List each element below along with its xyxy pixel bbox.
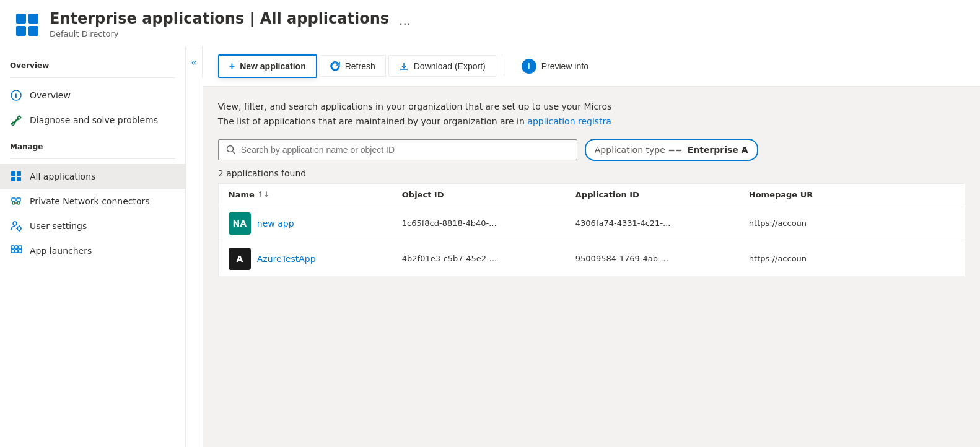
svg-rect-24	[19, 246, 22, 249]
sidebar-item-overview[interactable]: i Overview	[0, 83, 185, 108]
download-label: Download (Export)	[414, 61, 486, 71]
svg-rect-26	[15, 250, 18, 253]
filter-row: Application type == Enterprise A	[218, 139, 965, 161]
sidebar-section-manage: Manage	[0, 137, 185, 154]
table-header: Name ↑↓ Object ID Application ID Homepag…	[219, 184, 965, 206]
app-name-link-1[interactable]: new app	[257, 219, 294, 228]
connector-icon	[10, 195, 22, 207]
svg-rect-3	[28, 26, 38, 36]
page-header: Enterprise applications | All applicatio…	[0, 0, 980, 46]
preview-info-label: Preview info	[541, 61, 588, 71]
app-registration-link[interactable]: application registra	[527, 116, 611, 126]
svg-rect-25	[11, 250, 14, 253]
sidebar-item-diagnose[interactable]: Diagnose and solve problems	[0, 108, 185, 132]
toolbar: + New application Refresh	[203, 46, 980, 87]
col-header-object-id: Object ID	[402, 190, 575, 199]
svg-rect-8	[17, 171, 21, 176]
svg-line-29	[232, 151, 235, 154]
search-box[interactable]	[218, 139, 577, 160]
page-subtitle: Default Directory	[50, 29, 389, 38]
svg-rect-11	[12, 198, 15, 201]
sort-icon[interactable]: ↑↓	[257, 190, 269, 199]
collapse-icon: «	[191, 56, 197, 68]
table-cell-app-id-2: 95009584-1769-4ab-...	[575, 254, 749, 263]
refresh-label: Refresh	[345, 61, 375, 71]
app-logo	[15, 12, 40, 37]
preview-info-button[interactable]: i Preview info	[512, 54, 598, 79]
description-1: View, filter, and search applications in…	[218, 102, 776, 111]
results-count: 2 applications found	[218, 168, 965, 178]
sidebar-app-launchers-label: App launchers	[30, 246, 92, 256]
svg-rect-1	[28, 14, 38, 24]
table-row: A AzureTestApp 4b2f01e3-c5b7-45e2-... 95…	[219, 241, 965, 277]
sidebar-item-app-launchers[interactable]: App launchers	[0, 238, 185, 263]
svg-point-14	[17, 202, 20, 204]
sidebar-diagnose-label: Diagnose and solve problems	[30, 115, 158, 125]
svg-text:i: i	[15, 92, 17, 100]
download-icon	[399, 61, 409, 71]
svg-point-17	[17, 227, 21, 230]
table-cell-object-id-2: 4b2f01e3-c5b7-45e2-...	[402, 254, 575, 263]
sidebar-overview-label: Overview	[30, 90, 71, 100]
applications-table: Name ↑↓ Object ID Application ID Homepag…	[218, 183, 965, 277]
new-application-button[interactable]: + New application	[218, 54, 317, 78]
table-row: NA new app 1c65f8cd-8818-4b40-... 4306fa…	[219, 206, 965, 241]
description-2: The list of applications that are mainta…	[218, 116, 776, 126]
page-title: Enterprise applications | All applicatio…	[50, 10, 389, 28]
filter-label: Application type ==	[595, 145, 683, 155]
filter-value: Enterprise A	[688, 145, 748, 155]
table-cell-object-id-1: 1c65f8cd-8818-4b40-...	[402, 219, 575, 228]
wrench-icon	[10, 114, 22, 126]
col-header-homepage: Homepage UR	[749, 190, 955, 199]
svg-rect-0	[16, 14, 26, 24]
svg-rect-22	[11, 246, 14, 249]
preview-info-icon: i	[522, 59, 536, 74]
sidebar-section-overview: Overview	[0, 56, 185, 72]
sidebar-item-private-network[interactable]: Private Network connectors	[0, 189, 185, 214]
app-launchers-icon	[10, 245, 22, 257]
svg-rect-27	[19, 250, 22, 253]
refresh-icon	[330, 61, 340, 71]
table-cell-app-id-1: 4306fa74-4331-4c21-...	[575, 219, 749, 228]
svg-point-28	[227, 145, 233, 152]
app-name-cell-2: A AzureTestApp	[229, 248, 402, 270]
svg-point-16	[13, 222, 17, 225]
sidebar-divider-1	[10, 77, 175, 78]
svg-point-13	[12, 202, 15, 204]
more-options-icon[interactable]: ···	[399, 17, 411, 32]
app-avatar-2: A	[229, 248, 251, 270]
sidebar-private-network-label: Private Network connectors	[30, 196, 150, 206]
app-avatar-1: NA	[229, 212, 251, 235]
user-settings-icon	[10, 220, 22, 232]
search-icon	[226, 145, 236, 155]
app-name-cell-1: NA new app	[229, 212, 402, 235]
col-header-app-id: Application ID	[575, 190, 749, 199]
grid-icon	[10, 170, 22, 183]
application-type-filter[interactable]: Application type == Enterprise A	[585, 139, 758, 161]
svg-rect-2	[16, 26, 26, 36]
refresh-button[interactable]: Refresh	[320, 55, 386, 77]
sidebar-all-apps-label: All applications	[30, 171, 95, 181]
new-application-label: New application	[240, 61, 306, 71]
search-input[interactable]	[241, 145, 569, 155]
download-button[interactable]: Download (Export)	[388, 55, 496, 77]
table-cell-homepage-2: https://accoun	[749, 254, 955, 263]
info-circle-icon: i	[10, 89, 22, 102]
toolbar-divider	[504, 56, 504, 76]
sidebar: Overview i Overview Dia	[0, 46, 186, 447]
collapse-sidebar-button[interactable]: «	[186, 46, 203, 78]
sidebar-item-user-settings[interactable]: User settings	[0, 214, 185, 238]
sidebar-divider-2	[10, 158, 175, 159]
svg-rect-23	[15, 246, 18, 249]
app-name-link-2[interactable]: AzureTestApp	[257, 254, 316, 264]
main-content: View, filter, and search applications in…	[203, 87, 980, 447]
table-cell-homepage-1: https://accoun	[749, 219, 955, 228]
svg-rect-12	[17, 198, 20, 201]
svg-rect-9	[11, 177, 15, 181]
plus-icon: +	[229, 61, 235, 72]
sidebar-item-all-applications[interactable]: All applications	[0, 164, 185, 189]
sidebar-user-settings-label: User settings	[30, 221, 87, 231]
col-header-name[interactable]: Name ↑↓	[229, 190, 402, 199]
svg-rect-7	[11, 171, 15, 176]
svg-rect-10	[17, 177, 21, 181]
